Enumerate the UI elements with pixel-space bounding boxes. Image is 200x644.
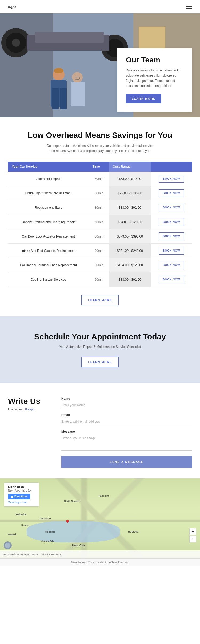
svg-rect-8 xyxy=(35,32,104,43)
svg-rect-11 xyxy=(52,88,59,109)
map-label-hoboken: Hoboken xyxy=(45,530,56,533)
book-now-button[interactable]: BOOK NOW xyxy=(159,261,184,269)
svg-point-13 xyxy=(54,68,63,73)
map-label-belleville: Belleville xyxy=(16,513,26,516)
book-cell: BOOK NOW xyxy=(151,229,192,244)
hero-card: Our Team Duis aute irure dolor in repreh… xyxy=(117,48,192,112)
zoom-in-button[interactable]: + xyxy=(189,528,196,535)
book-cell: BOOK NOW xyxy=(151,172,192,186)
book-now-button[interactable]: BOOK NOW xyxy=(159,175,184,183)
book-now-button[interactable]: BOOK NOW xyxy=(159,189,184,197)
svg-rect-15 xyxy=(71,82,85,106)
book-cell: BOOK NOW xyxy=(151,244,192,258)
map-overlay: Manhattan New York, NY, USA Directions V… xyxy=(4,483,39,506)
service-name: Intake Manifold Gaskets Replacement xyxy=(8,244,89,258)
book-now-button[interactable]: BOOK NOW xyxy=(159,204,184,211)
header: logo xyxy=(0,0,200,13)
book-cell: BOOK NOW xyxy=(151,200,192,215)
hero-section: Our Team Duis aute irure dolor in repreh… xyxy=(0,13,200,117)
map-label-newark: Newark xyxy=(8,533,17,536)
service-name: Alternator Repair xyxy=(8,172,89,186)
book-cell: BOOK NOW xyxy=(151,272,192,287)
book-cell: BOOK NOW xyxy=(151,215,192,229)
contact-left: Write Us Images from Freepik xyxy=(8,397,51,411)
schedule-title: Schedule Your Appointment Today xyxy=(8,332,192,341)
services-table: Your Car Service Time Cost Range Alterna… xyxy=(8,162,192,287)
service-time: 60min xyxy=(89,229,109,244)
table-row: Car Door Lock Actuator Replacement 60min… xyxy=(8,229,192,244)
hamburger-menu[interactable] xyxy=(186,5,192,9)
service-cost: $83.00 - $91.00 xyxy=(109,200,151,215)
savings-title: Low Overhead Means Savings for You xyxy=(8,131,192,140)
service-cost: $231.00 - $248.00 xyxy=(109,244,151,258)
map-label-north-bergen: North Bergen xyxy=(64,500,79,502)
service-time: 60min xyxy=(89,186,109,200)
service-name: Battery, Starting and Charging Repair xyxy=(8,215,89,229)
svg-rect-1 xyxy=(0,13,53,117)
svg-point-4 xyxy=(12,39,20,47)
service-cost: $104.00 - $120.00 xyxy=(109,258,151,272)
table-row: Replacement filters 80min $83.00 - $91.0… xyxy=(8,200,192,215)
service-name: Car Door Lock Actuator Replacement xyxy=(8,229,89,244)
service-name: Car Battery Terminal Ends Replacement xyxy=(8,258,89,272)
sample-text[interactable]: Sample text. Click to select the Text El… xyxy=(71,561,129,564)
col-time: Time xyxy=(89,162,109,172)
map-water xyxy=(27,521,120,542)
svg-point-14 xyxy=(72,72,83,83)
service-cost: $63.00 - $72.00 xyxy=(109,172,151,186)
map-background: North Bergen Belleville Secaucus Kearny … xyxy=(0,478,200,558)
place-name: Manhattan xyxy=(8,485,35,489)
directions-button[interactable]: Directions xyxy=(8,494,30,499)
col-service: Your Car Service xyxy=(8,162,89,172)
savings-subtitle: Our expert auto technicians will assess … xyxy=(44,143,156,154)
service-time: 70min xyxy=(89,215,109,229)
savings-learn-more-button[interactable]: LEARN MORE xyxy=(81,295,119,305)
name-input[interactable] xyxy=(61,402,192,409)
map-label-fair-point: Fairpoint xyxy=(99,494,109,497)
service-time: 90min xyxy=(89,272,109,287)
savings-section: Low Overhead Means Savings for You Our e… xyxy=(0,117,200,316)
directions-icon xyxy=(11,495,13,498)
book-now-button[interactable]: BOOK NOW xyxy=(159,218,184,226)
contact-section: Write Us Images from Freepik Name Email … xyxy=(0,383,200,468)
service-time: 90min xyxy=(89,244,109,258)
map-terms[interactable]: Terms xyxy=(31,553,38,556)
schedule-learn-more-button[interactable]: LEARN MORE xyxy=(81,357,119,367)
service-time: 90min xyxy=(89,258,109,272)
service-cost: $83.00 - $91.00 xyxy=(109,272,151,287)
book-now-button[interactable]: BOOK NOW xyxy=(159,276,184,283)
service-name: Cooling System Services xyxy=(8,272,89,287)
email-input[interactable] xyxy=(61,418,192,425)
service-time: 80min xyxy=(89,200,109,215)
hero-learn-more-button[interactable]: LEARN MORE xyxy=(126,94,161,103)
message-label: Message xyxy=(61,430,192,433)
place-sub: New York, NY, USA xyxy=(8,489,35,492)
book-now-button[interactable]: BOOK NOW xyxy=(159,232,184,240)
zoom-out-button[interactable]: − xyxy=(189,536,196,542)
col-cost: Cost Range xyxy=(109,162,151,172)
table-row: Brake Light Switch Replacement 60min $92… xyxy=(8,186,192,200)
col-action xyxy=(151,162,192,172)
freepik-link[interactable]: Freepik xyxy=(25,408,35,411)
service-time: 60min xyxy=(89,172,109,186)
map-controls: + − xyxy=(189,528,196,542)
map-user-avatar xyxy=(4,541,12,549)
book-now-button[interactable]: BOOK NOW xyxy=(159,247,184,255)
service-name: Brake Light Switch Replacement xyxy=(8,186,89,200)
contact-form: Name Email Message SEND A MESSAGE xyxy=(61,397,192,468)
service-cost: $94.00 - $120.00 xyxy=(109,215,151,229)
table-row: Car Battery Terminal Ends Replacement 90… xyxy=(8,258,192,272)
logo: logo xyxy=(8,4,16,9)
send-message-button[interactable]: SEND A MESSAGE xyxy=(61,456,192,468)
map-label-jersey-city: Jersey City xyxy=(41,540,54,542)
service-name: Replacement filters xyxy=(8,200,89,215)
service-cost: $379.00 - $390.00 xyxy=(109,229,151,244)
map-report[interactable]: Report a map error xyxy=(41,553,61,556)
view-larger-link[interactable]: View larger map xyxy=(8,501,35,504)
message-input[interactable] xyxy=(61,435,192,451)
table-row: Intake Manifold Gaskets Replacement 90mi… xyxy=(8,244,192,258)
map-label-secaucus: Secaucus xyxy=(40,517,51,520)
email-field-group: Email xyxy=(61,413,192,425)
map-label-new-york: New York xyxy=(72,544,85,547)
table-row: Battery, Starting and Charging Repair 70… xyxy=(8,215,192,229)
